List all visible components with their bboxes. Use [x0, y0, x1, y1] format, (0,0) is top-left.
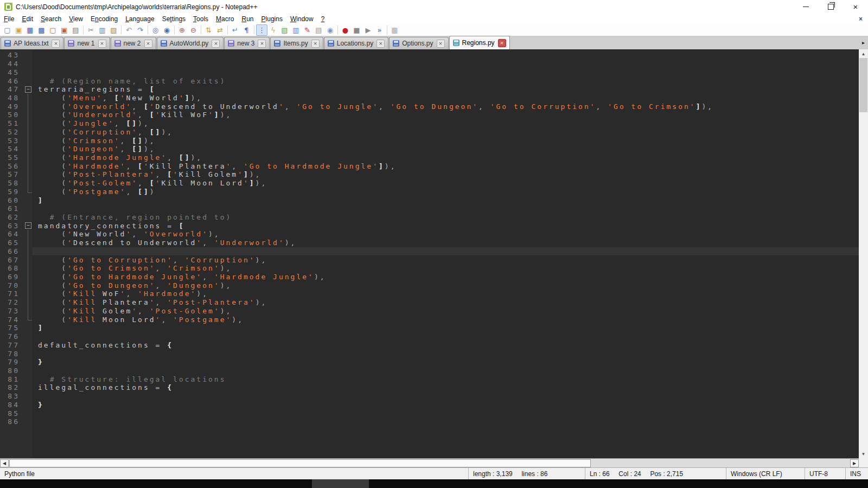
- tab-new-3[interactable]: new 3×: [224, 37, 270, 49]
- tab-close-icon[interactable]: ×: [212, 40, 220, 48]
- function-list-button[interactable]: ϟ: [267, 24, 279, 36]
- open-file-button[interactable]: ▣: [13, 24, 24, 36]
- code-line-67[interactable]: 67 ('Go to Corruption', 'Corruption'),: [0, 255, 859, 264]
- code-editor[interactable]: 43444546 # (Region name, list of exits)4…: [0, 49, 859, 458]
- code-line-77[interactable]: 77default_connections = {: [0, 341, 859, 349]
- code-line-58[interactable]: 58 ('Post-Golem', ['Kill Moon Lord']),: [0, 179, 859, 188]
- code-line-45[interactable]: 45: [0, 68, 859, 76]
- menu-item-settings[interactable]: Settings: [158, 14, 189, 24]
- print-button[interactable]: ▤: [70, 24, 81, 36]
- tab-overflow-icon[interactable]: ▸: [862, 40, 865, 46]
- scroll-left-arrow[interactable]: ◀: [0, 459, 9, 467]
- tab-items-py[interactable]: Items.py×: [270, 37, 323, 49]
- tab-options-py[interactable]: Options.py×: [389, 37, 448, 49]
- code-line-85[interactable]: 85: [0, 409, 859, 418]
- document-map-button[interactable]: ▧: [279, 24, 290, 36]
- paste-button[interactable]: ▨: [108, 24, 119, 36]
- vertical-scrollbar[interactable]: ▲ ▼: [859, 49, 868, 458]
- menu-item-edit[interactable]: Edit: [18, 14, 37, 24]
- code-line-79[interactable]: 79}: [0, 358, 859, 367]
- menu-item-tools[interactable]: Tools: [189, 14, 212, 24]
- vertical-scrollbar-thumb[interactable]: [859, 58, 867, 112]
- code-line-52[interactable]: 52 ('Corruption', []),: [0, 127, 859, 136]
- code-line-86[interactable]: 86: [0, 418, 859, 426]
- scroll-up-arrow[interactable]: ▲: [859, 49, 868, 58]
- close-file-button[interactable]: ▢: [47, 24, 59, 36]
- undo-button[interactable]: ↶: [123, 24, 135, 36]
- menu-item-file[interactable]: File: [0, 14, 18, 24]
- code-line-61[interactable]: 61: [0, 204, 859, 213]
- code-line-44[interactable]: 44: [0, 60, 859, 68]
- code-line-78[interactable]: 78: [0, 349, 859, 358]
- code-line-65[interactable]: 65 ('Descend to Underworld', 'Underworld…: [0, 239, 859, 247]
- file-monitor-eye-button[interactable]: ◉: [324, 24, 336, 36]
- code-line-53[interactable]: 53 ('Crimson', []),: [0, 136, 859, 145]
- macro-record-button[interactable]: ●: [340, 24, 351, 36]
- code-line-66[interactable]: 66 ('Go to Jungle', 'Jungle'),: [0, 247, 859, 256]
- tab-close-icon[interactable]: ×: [311, 40, 320, 48]
- tab-close-icon[interactable]: ×: [52, 40, 60, 48]
- code-line-70[interactable]: 70 ('Go to Dungeon', 'Dungeon'),: [0, 281, 859, 290]
- menu-item-window[interactable]: Window: [286, 14, 317, 24]
- macro-stop-button[interactable]: ■: [351, 24, 362, 36]
- menu-item-search[interactable]: Search: [37, 14, 65, 24]
- code-line-57[interactable]: 57 ('Post-Plantera', ['Kill Golem']),: [0, 170, 859, 179]
- code-line-56[interactable]: 56 ('Hardmode', ['Kill Plantera', 'Go to…: [0, 162, 859, 170]
- replace-button[interactable]: ◉: [161, 24, 173, 36]
- code-line-62[interactable]: 62 # (Entrance, region pointed to): [0, 213, 859, 222]
- sync-vertical-button[interactable]: ⇅: [203, 24, 214, 36]
- save-all-button[interactable]: ▩: [36, 24, 47, 36]
- code-line-68[interactable]: 68 ('Go to Crimson', 'Crimson'),: [0, 264, 859, 273]
- scroll-down-arrow[interactable]: ▼: [859, 450, 868, 458]
- trim-panel-button[interactable]: ▦: [389, 24, 400, 36]
- code-line-51[interactable]: 51 ('Jungle', []),: [0, 119, 859, 128]
- code-line-59[interactable]: 59 ('Postgame', []): [0, 188, 859, 196]
- code-line-69[interactable]: 69 ('Go to Hardmode Jungle', 'Hardmode J…: [0, 273, 859, 281]
- code-line-76[interactable]: 76: [0, 332, 859, 341]
- zoom-out-button[interactable]: ⊖: [188, 24, 199, 36]
- code-line-46[interactable]: 46 # (Region name, list of exits): [0, 76, 859, 85]
- minimize-button[interactable]: [793, 0, 818, 14]
- code-line-55[interactable]: 55 ('Hardmode Jungle', []),: [0, 153, 859, 162]
- close-all-button[interactable]: ▣: [59, 24, 70, 36]
- menu-item-[interactable]: ?: [317, 14, 329, 24]
- code-line-83[interactable]: 83: [0, 392, 859, 401]
- tab-regions-py[interactable]: Regions.py×: [449, 36, 510, 49]
- word-wrap-button[interactable]: ↵: [229, 24, 241, 36]
- code-line-71[interactable]: 71 ('Kill WoF', 'Hardmode'),: [0, 290, 859, 298]
- show-all-characters-button[interactable]: ¶: [241, 24, 252, 36]
- horizontal-scrollbar[interactable]: ◀ ▶: [0, 458, 859, 467]
- tab-close-icon[interactable]: ×: [498, 39, 506, 47]
- tab-close-icon[interactable]: ×: [144, 40, 152, 48]
- code-line-72[interactable]: 72 ('Kill Plantera', 'Post-Plantera'),: [0, 298, 859, 307]
- tab-new-1[interactable]: new 1×: [64, 37, 110, 49]
- new-file-button[interactable]: ▢: [2, 24, 13, 36]
- menu-item-plugins[interactable]: Plugins: [258, 14, 286, 24]
- cut-button[interactable]: ✂: [85, 24, 97, 36]
- code-line-60[interactable]: 60]: [0, 196, 859, 204]
- fold-collapse-icon[interactable]: −: [25, 222, 31, 229]
- redo-button[interactable]: ↷: [135, 24, 146, 36]
- menu-item-view[interactable]: View: [65, 14, 87, 24]
- code-line-43[interactable]: 43: [0, 51, 859, 60]
- menu-item-language[interactable]: Language: [122, 14, 158, 24]
- macro-run-multiple-button[interactable]: »: [374, 24, 385, 36]
- tab-locations-py[interactable]: Locations.py×: [324, 37, 388, 49]
- menu-item-macro[interactable]: Macro: [212, 14, 238, 24]
- tab-close-icon[interactable]: ×: [437, 40, 445, 48]
- code-line-75[interactable]: 75]: [0, 324, 859, 332]
- macro-play-button[interactable]: ▶: [362, 24, 374, 36]
- code-line-73[interactable]: 73 ('Kill Golem', 'Post-Golem'),: [0, 307, 859, 316]
- code-line-49[interactable]: 49 ('Overworld', ['Descend to Underworld…: [0, 102, 859, 111]
- tab-close-icon[interactable]: ×: [98, 40, 106, 48]
- menu-item-encoding[interactable]: Encoding: [87, 14, 122, 24]
- code-line-50[interactable]: 50 ('Underworld', ['Kill WoF']),: [0, 111, 859, 119]
- sync-horizontal-button[interactable]: ⇄: [214, 24, 226, 36]
- fold-collapse-icon[interactable]: −: [25, 86, 31, 93]
- tab-new-2[interactable]: new 2×: [111, 37, 156, 49]
- horizontal-scrollbar-thumb[interactable]: [9, 459, 591, 467]
- restore-button[interactable]: [818, 0, 843, 14]
- document-list-button[interactable]: ▥: [290, 24, 302, 36]
- code-line-80[interactable]: 80: [0, 367, 859, 375]
- macro-edit-button[interactable]: ✎: [302, 24, 313, 36]
